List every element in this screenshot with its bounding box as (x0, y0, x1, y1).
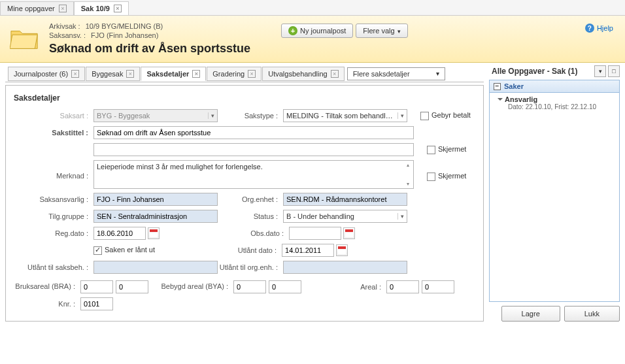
tab-sak[interactable]: Sak 10/9 × (74, 1, 129, 15)
folder-icon (10, 25, 40, 52)
tab-gradering[interactable]: Gradering× (207, 67, 262, 81)
close-icon[interactable]: × (331, 70, 339, 78)
sakstittel-label: Sakstittel : (8, 129, 93, 137)
skjermet1-checkbox[interactable] (427, 146, 435, 154)
collapse-icon[interactable]: □ (608, 65, 620, 77)
plus-icon: + (288, 26, 297, 35)
obsdato-input[interactable] (289, 227, 341, 240)
regdato-input[interactable] (93, 227, 146, 240)
tab-utvalgsbehandling[interactable]: Utvalgsbehandling× (262, 67, 345, 81)
saksansv-label: Saksansv. : (49, 31, 86, 39)
saksart-select: BYG - Byggesak (93, 109, 218, 122)
saksansvarlig-label: Saksansvarlig : (8, 195, 93, 203)
side-section-header[interactable]: − Saker (490, 80, 619, 93)
side-title: Alle Oppgaver - Sak (1) (489, 65, 580, 77)
close-icon[interactable]: × (71, 70, 79, 78)
gebyr-label: Gebyr betalt (431, 111, 471, 119)
arkivsak-label: Arkivsak : (49, 22, 80, 30)
lagre-button[interactable]: Lagre (501, 306, 560, 322)
tilggruppe-input[interactable] (93, 210, 218, 223)
bruksareal-label: Bruksareal (BRA) : (8, 282, 80, 291)
knr-input[interactable] (80, 297, 113, 310)
gebyr-checkbox[interactable] (420, 112, 429, 120)
close-icon[interactable]: × (248, 70, 256, 78)
lukk-button[interactable]: Lukk (564, 306, 620, 322)
tab-byggesak[interactable]: Byggesak× (86, 67, 140, 81)
flere-valg-button[interactable]: Flere valg (356, 24, 407, 38)
bruksareal-input-2[interactable] (116, 280, 148, 293)
utlant-orgenh-label: Utlånt til org.enh. : (218, 263, 283, 271)
merknad-textarea[interactable]: Leieperiode minst 3 år med mulighet for … (93, 160, 414, 189)
panel-title: Saksdetaljer (8, 92, 481, 109)
saken-lant-checkbox[interactable] (93, 246, 102, 255)
help-link[interactable]: ? Hjelp (585, 24, 613, 33)
utlantdato-label: Utlånt dato : (155, 246, 282, 254)
status-label: Status : (218, 212, 283, 220)
saksansvarlig-input[interactable] (93, 193, 218, 206)
sakstype-select[interactable]: MELDING - Tiltak som behandles etter (283, 109, 407, 122)
merknad-label: Merknad : (8, 160, 93, 180)
page-title: Søknad om drift av Åsen sportsstue (49, 42, 615, 56)
scroll-up-icon[interactable]: ▴ (404, 162, 412, 168)
arkivsak-value: 10/9 BYG/MELDING (B) (86, 22, 163, 30)
tab-journalposter[interactable]: Journalposter (6)× (8, 67, 85, 81)
utlant-saksbeh-label: Utlånt til saksbeh. : (8, 263, 93, 271)
triangle-icon (498, 98, 503, 101)
status-select[interactable]: B - Under behandling (283, 210, 407, 223)
utlant-orgenh-input[interactable] (283, 261, 407, 274)
close-icon[interactable]: × (192, 70, 200, 78)
skjermet2-checkbox[interactable] (427, 173, 435, 181)
orgenhet-label: Org.enhet : (218, 195, 283, 203)
tab-mine-oppgaver[interactable]: Mine oppgaver × (0, 1, 74, 15)
regdato-label: Reg.dato : (8, 229, 93, 237)
bebygd-input-1[interactable] (233, 280, 266, 293)
chevron-down-icon[interactable]: ▾ (594, 65, 606, 77)
close-icon[interactable]: × (114, 5, 122, 12)
saksart-label: Saksart : (8, 112, 93, 120)
side-item-ansvarlig[interactable]: Ansvarlig Dato: 22.10.10, Frist: 22.12.1… (490, 93, 619, 113)
close-icon[interactable]: × (59, 5, 67, 12)
help-icon: ? (585, 24, 594, 33)
calendar-icon[interactable] (148, 227, 160, 239)
bebygd-input-2[interactable] (269, 280, 301, 293)
sakstittel2-input[interactable] (93, 143, 414, 156)
sakstype-label: Sakstype : (218, 112, 283, 120)
tilggruppe-label: Tilg.gruppe : (8, 212, 93, 220)
knr-label: Knr. : (8, 300, 80, 308)
minus-icon[interactable]: − (494, 83, 501, 90)
flere-saksdetaljer-dropdown[interactable]: Flere saksdetaljer (347, 67, 445, 80)
bruksareal-input-1[interactable] (80, 280, 113, 293)
utlant-saksbeh-input[interactable] (93, 261, 218, 274)
areal-label: Areal : (301, 283, 386, 291)
close-icon[interactable]: × (126, 70, 134, 78)
ny-journalpost-button[interactable]: + Ny journalpost (281, 24, 353, 38)
areal-input-1[interactable] (386, 280, 419, 293)
tab-label: Mine oppgaver (7, 5, 55, 12)
saksansv-value: FJO (Finn Johansen) (91, 31, 158, 39)
areal-input-2[interactable] (422, 280, 454, 293)
scroll-down-icon[interactable]: ▾ (404, 181, 412, 187)
tab-label: Sak 10/9 (81, 5, 110, 12)
orgenhet-input[interactable] (283, 193, 407, 206)
sakstittel-input[interactable] (93, 126, 414, 139)
bebygd-label: Bebygd areal (BYA) : (148, 282, 233, 291)
obsdato-label: Obs.dato : (160, 229, 289, 237)
tab-saksdetaljer[interactable]: Saksdetaljer× (141, 67, 206, 81)
calendar-icon[interactable] (343, 227, 355, 239)
calendar-icon[interactable] (336, 244, 348, 256)
utlantdato-input[interactable] (282, 244, 334, 257)
